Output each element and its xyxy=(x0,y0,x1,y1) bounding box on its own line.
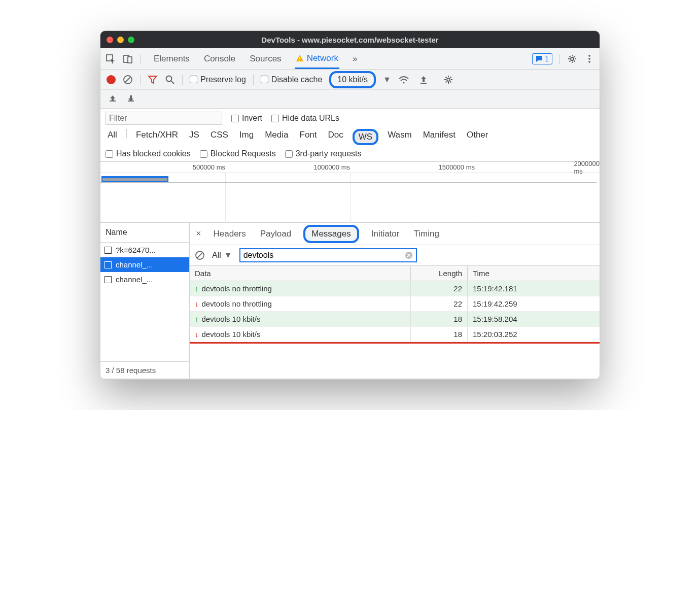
titlebar: DevTools - www.piesocket.com/websocket-t… xyxy=(100,31,600,48)
type-doc[interactable]: Doc xyxy=(326,129,345,145)
svg-rect-4 xyxy=(299,60,300,61)
detail-tab-timing[interactable]: Timing xyxy=(411,225,441,243)
chat-icon xyxy=(536,55,543,62)
network-conditions-icon[interactable] xyxy=(398,74,409,85)
maximize-window-button[interactable] xyxy=(128,37,134,43)
svg-rect-16 xyxy=(110,100,116,102)
export-har-icon[interactable] xyxy=(108,93,118,103)
filter-input[interactable] xyxy=(106,112,222,125)
throttling-dropdown-icon[interactable]: ▼ xyxy=(383,75,391,84)
messages-search-input[interactable] xyxy=(243,251,405,260)
third-party-checkbox[interactable]: 3rd-party requests xyxy=(285,149,362,158)
svg-point-15 xyxy=(447,78,450,81)
ws-frame-icon xyxy=(104,276,112,283)
chevron-down-icon: ▼ xyxy=(224,251,232,260)
network-settings-icon[interactable] xyxy=(443,75,453,85)
invert-checkbox[interactable]: Invert xyxy=(231,114,262,123)
inspect-element-icon[interactable] xyxy=(106,54,116,64)
message-row[interactable]: ↓devtools no throttling 22 15:19:42.259 xyxy=(190,296,600,312)
clear-messages-icon[interactable] xyxy=(195,250,205,260)
separator xyxy=(253,75,254,85)
type-css[interactable]: CSS xyxy=(208,129,230,145)
arrow-down-icon: ↓ xyxy=(195,299,199,308)
upload-har-icon[interactable] xyxy=(418,75,429,85)
separator xyxy=(140,54,141,64)
svg-rect-17 xyxy=(128,100,134,102)
detail-tab-headers[interactable]: Headers xyxy=(212,225,248,243)
device-toolbar-icon[interactable] xyxy=(123,54,133,64)
import-har-icon[interactable] xyxy=(126,93,136,103)
warning-icon xyxy=(296,54,304,62)
detail-tabs: × Headers Payload Messages Initiator Tim… xyxy=(190,223,600,245)
type-other[interactable]: Other xyxy=(465,129,491,145)
timeline-tick: 500000 ms xyxy=(193,163,225,171)
tab-sources[interactable]: Sources xyxy=(249,49,282,69)
type-font[interactable]: Font xyxy=(298,129,319,145)
kebab-menu-icon[interactable] xyxy=(584,54,594,64)
message-row[interactable]: ↑devtools 10 kbit/s 18 15:19:58.204 xyxy=(190,312,600,327)
filter-toggle-icon[interactable] xyxy=(148,75,158,85)
clear-search-icon[interactable] xyxy=(405,251,413,259)
messages-search[interactable] xyxy=(239,248,417,262)
requests-list-pane: Name ?k=62470... channel_... channel_...… xyxy=(100,223,190,379)
message-row[interactable]: ↓devtools 10 kbit/s 18 15:20:03.252 xyxy=(190,327,600,342)
main-tabs: Elements Console Sources Network » xyxy=(153,49,358,69)
devtools-window: DevTools - www.piesocket.com/websocket-t… xyxy=(100,30,600,380)
disable-cache-checkbox[interactable]: Disable cache xyxy=(261,75,323,84)
arrow-up-icon: ↑ xyxy=(195,284,199,293)
type-img[interactable]: Img xyxy=(237,129,256,145)
issues-button[interactable]: 1 xyxy=(532,53,552,64)
detail-tab-payload[interactable]: Payload xyxy=(258,225,293,243)
detail-tab-messages[interactable]: Messages xyxy=(303,225,359,243)
search-icon[interactable] xyxy=(165,75,175,85)
close-detail-icon[interactable]: × xyxy=(196,228,201,239)
separator xyxy=(182,75,183,85)
ws-frame-icon xyxy=(104,261,112,268)
col-data-header[interactable]: Data xyxy=(190,266,411,281)
type-js[interactable]: JS xyxy=(187,129,201,145)
tab-elements[interactable]: Elements xyxy=(153,49,191,69)
type-manifest[interactable]: Manifest xyxy=(421,129,458,145)
tab-console[interactable]: Console xyxy=(203,49,236,69)
window-controls xyxy=(107,37,134,43)
blocked-cookies-checkbox[interactable]: Has blocked cookies xyxy=(106,149,191,158)
timeline-selection[interactable] xyxy=(101,176,168,182)
more-tabs-button[interactable]: » xyxy=(352,49,358,69)
request-row[interactable]: ?k=62470... xyxy=(100,243,189,257)
window-title: DevTools - www.piesocket.com/websocket-t… xyxy=(100,36,600,44)
type-filters: All Fetch/XHR JS CSS Img Media Font Doc … xyxy=(106,129,594,145)
hide-data-urls-checkbox[interactable]: Hide data URLs xyxy=(271,114,339,123)
type-media[interactable]: Media xyxy=(263,129,290,145)
separator xyxy=(436,75,436,85)
separator xyxy=(559,54,560,64)
network-split: Name ?k=62470... channel_... channel_...… xyxy=(100,223,600,379)
close-window-button[interactable] xyxy=(107,37,113,43)
type-all[interactable]: All xyxy=(106,129,119,145)
minimize-window-button[interactable] xyxy=(117,37,124,43)
svg-rect-3 xyxy=(299,57,300,59)
blocked-requests-checkbox[interactable]: Blocked Requests xyxy=(200,149,276,158)
detail-tab-initiator[interactable]: Initiator xyxy=(369,225,402,243)
col-time-header[interactable]: Time xyxy=(468,266,600,281)
svg-line-10 xyxy=(125,77,130,82)
svg-point-7 xyxy=(588,58,590,60)
har-buttons-row xyxy=(100,90,600,109)
type-wasm[interactable]: Wasm xyxy=(386,129,414,145)
timeline-tick: 1000000 ms xyxy=(313,163,350,171)
col-length-header[interactable]: Length xyxy=(411,266,468,281)
preserve-log-checkbox[interactable]: Preserve log xyxy=(190,75,246,84)
tab-network[interactable]: Network xyxy=(295,49,339,69)
record-button[interactable] xyxy=(107,75,116,84)
type-fetch-xhr[interactable]: Fetch/XHR xyxy=(134,129,180,145)
name-column-header[interactable]: Name xyxy=(100,223,189,243)
request-row[interactable]: channel_... xyxy=(100,257,189,272)
request-row[interactable]: channel_... xyxy=(100,272,189,287)
settings-icon[interactable] xyxy=(567,54,577,64)
clear-icon[interactable] xyxy=(123,75,133,85)
throttling-select[interactable]: 10 kbit/s xyxy=(329,71,376,88)
timeline-overview[interactable]: 500000 ms 1000000 ms 1500000 ms 2000000 … xyxy=(100,162,600,223)
type-ws[interactable]: WS xyxy=(353,129,378,145)
messages-type-select[interactable]: All ▼ xyxy=(210,250,234,261)
message-row[interactable]: ↑devtools no throttling 22 15:19:42.181 xyxy=(190,281,600,296)
messages-toolbar: All ▼ xyxy=(190,245,600,266)
